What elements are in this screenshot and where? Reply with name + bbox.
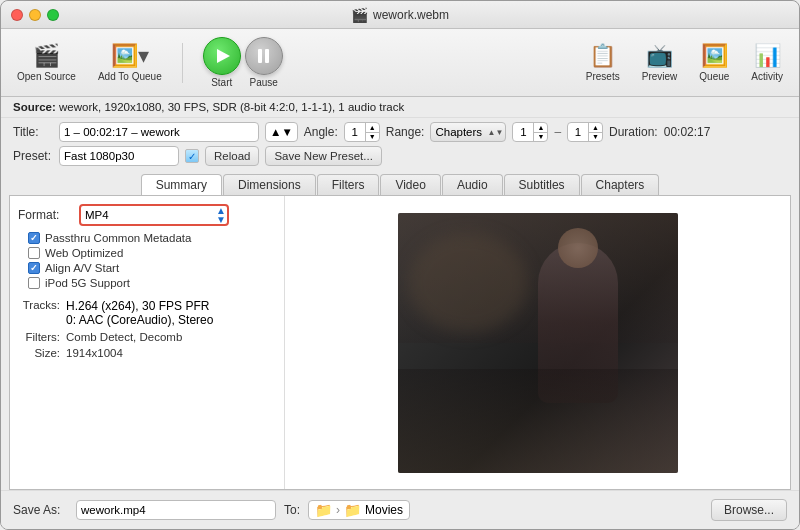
source-value: wework, 1920x1080, 30 FPS, SDR (8-bit 4:… <box>59 101 404 113</box>
toolbar-separator <box>182 43 183 83</box>
pause-button[interactable] <box>245 37 283 75</box>
video-head <box>558 228 598 268</box>
queue-icon: 🖼️ <box>701 43 728 69</box>
tabs-bar: Summary Dimensions Filters Video Audio S… <box>1 170 799 195</box>
tracks-value1: H.264 (x264), 30 FPS PFR <box>66 299 213 313</box>
path-separator: › <box>336 503 340 517</box>
angle-stepper-arrows[interactable]: ▲ ▼ <box>365 123 379 141</box>
preview-label: Preview <box>642 71 678 82</box>
range-from-arrows[interactable]: ▲ ▼ <box>533 123 547 141</box>
range-from-val: 1 <box>513 126 533 138</box>
filters-key: Filters: <box>18 331 60 343</box>
pause-icon <box>258 49 269 63</box>
angle-val: 1 <box>345 126 365 138</box>
activity-button[interactable]: 📊 Activity <box>745 41 789 84</box>
web-label: Web Optimized <box>45 247 123 259</box>
preview-button[interactable]: 📺 Preview <box>636 41 684 84</box>
main-panel: Format: MP4 MKV WebM ▲▼ Passthru Common … <box>9 195 791 490</box>
range-select[interactable]: Chapters Seconds Frames <box>430 122 506 142</box>
format-select-wrapper[interactable]: MP4 MKV WebM ▲▼ <box>79 204 229 226</box>
range-to-down[interactable]: ▼ <box>589 133 602 142</box>
browse-button[interactable]: Browse... <box>711 499 787 521</box>
tab-audio[interactable]: Audio <box>442 174 503 195</box>
checkbox-ipod[interactable]: iPod 5G Support <box>28 277 276 289</box>
save-as-input[interactable] <box>76 500 276 520</box>
checkbox-web[interactable]: Web Optimized <box>28 247 276 259</box>
start-button-wrapper[interactable]: Start Pause <box>197 35 289 90</box>
open-source-icon: 🎬 <box>33 43 60 69</box>
video-thumbnail <box>398 213 678 473</box>
reload-button[interactable]: Reload <box>205 146 259 166</box>
checkbox-passthru[interactable]: Passthru Common Metadata <box>28 232 276 244</box>
folder-value: Movies <box>365 503 403 517</box>
ipod-checkbox[interactable] <box>28 277 40 289</box>
angle-up-arrow[interactable]: ▲ <box>366 123 379 133</box>
preview-panel <box>285 196 790 489</box>
filters-value: Comb Detect, Decomb <box>66 331 182 343</box>
range-to-up[interactable]: ▲ <box>589 123 602 133</box>
tab-chapters[interactable]: Chapters <box>581 174 660 195</box>
duration-label: Duration: <box>609 125 658 139</box>
title-stepper[interactable]: ▲▼ <box>265 122 298 142</box>
window-controls[interactable] <box>11 9 59 21</box>
start-button[interactable] <box>203 37 241 75</box>
title-row: Title: ▲▼ Angle: 1 ▲ ▼ Range: Chapters S… <box>13 122 787 142</box>
angle-down-arrow[interactable]: ▼ <box>366 133 379 142</box>
checkbox-align[interactable]: Align A/V Start <box>28 262 276 274</box>
range-to-stepper[interactable]: 1 ▲ ▼ <box>567 122 603 142</box>
tab-subtitles[interactable]: Subtitles <box>504 174 580 195</box>
align-checkbox[interactable] <box>28 262 40 274</box>
format-select[interactable]: MP4 MKV WebM <box>79 204 229 226</box>
tracks-section: Tracks: H.264 (x264), 30 FPS PFR 0: AAC … <box>18 299 276 359</box>
tracks-row: Tracks: H.264 (x264), 30 FPS PFR 0: AAC … <box>18 299 276 327</box>
range-label: Range: <box>386 125 425 139</box>
close-button[interactable] <box>11 9 23 21</box>
range-select-wrapper[interactable]: Chapters Seconds Frames ▲▼ <box>430 122 506 142</box>
range-to-arrows[interactable]: ▲ ▼ <box>588 123 602 141</box>
queue-label: Queue <box>699 71 729 82</box>
save-new-preset-button[interactable]: Save New Preset... <box>265 146 381 166</box>
maximize-button[interactable] <box>47 9 59 21</box>
open-source-button[interactable]: 🎬 Open Source <box>11 41 82 84</box>
angle-label: Angle: <box>304 125 338 139</box>
add-to-queue-button[interactable]: 🖼️▾ Add To Queue <box>92 41 168 84</box>
preset-input[interactable] <box>59 146 179 166</box>
size-key: Size: <box>18 347 60 359</box>
title-input[interactable] <box>59 122 259 142</box>
minimize-button[interactable] <box>29 9 41 21</box>
range-from-down[interactable]: ▼ <box>534 133 547 142</box>
start-label: Start <box>211 77 232 88</box>
presets-button[interactable]: 📋 Presets <box>580 41 626 84</box>
ipod-label: iPod 5G Support <box>45 277 130 289</box>
pause-label: Pause <box>250 77 278 88</box>
web-checkbox[interactable] <box>28 247 40 259</box>
filters-row: Filters: Comb Detect, Decomb <box>18 331 276 343</box>
queue-button[interactable]: 🖼️ Queue <box>693 41 735 84</box>
activity-label: Activity <box>751 71 783 82</box>
format-label: Format: <box>18 208 73 222</box>
tab-video[interactable]: Video <box>380 174 440 195</box>
video-bg <box>408 233 528 333</box>
title-stepper-val: ▲▼ <box>266 126 297 138</box>
preset-checkbox[interactable]: ✓ <box>185 149 199 163</box>
range-from-up[interactable]: ▲ <box>534 123 547 133</box>
angle-stepper[interactable]: 1 ▲ ▼ <box>344 122 380 142</box>
preview-icon: 📺 <box>646 43 673 69</box>
save-as-label: Save As: <box>13 503 68 517</box>
range-from-stepper[interactable]: 1 ▲ ▼ <box>512 122 548 142</box>
tab-summary[interactable]: Summary <box>141 174 222 195</box>
to-label: To: <box>284 503 300 517</box>
size-value: 1914x1004 <box>66 347 123 359</box>
preset-row: Preset: ✓ Reload Save New Preset... <box>13 146 787 166</box>
tab-filters[interactable]: Filters <box>317 174 380 195</box>
app-icon: 🎬 <box>351 7 368 23</box>
duration-value: 00:02:17 <box>664 125 711 139</box>
source-row: Source: wework, 1920x1080, 30 FPS, SDR (… <box>1 97 799 118</box>
range-dash: – <box>554 125 561 139</box>
save-row: Save As: To: 📁 › 📁 Movies Browse... <box>1 490 799 529</box>
add-to-queue-icon: 🖼️▾ <box>111 43 149 69</box>
tab-dimensions[interactable]: Dimensions <box>223 174 316 195</box>
passthru-checkbox[interactable] <box>28 232 40 244</box>
align-label: Align A/V Start <box>45 262 119 274</box>
folder-path[interactable]: 📁 › 📁 Movies <box>308 500 410 520</box>
